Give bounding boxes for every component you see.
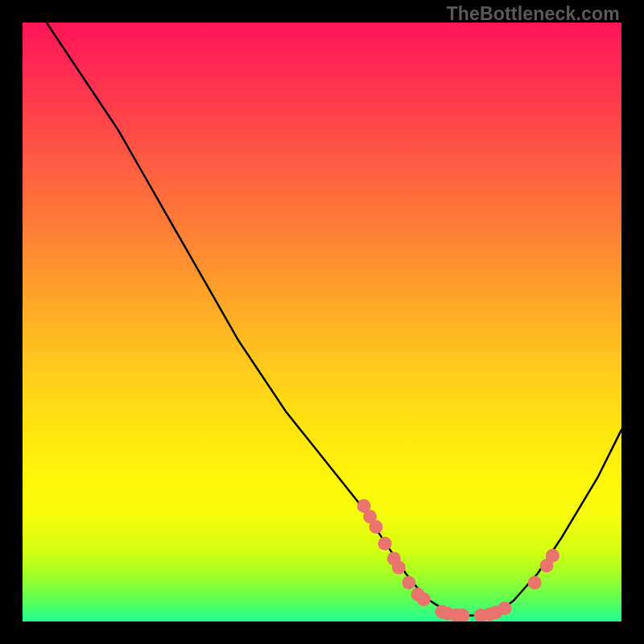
data-marker	[402, 576, 415, 589]
bottleneck-chart-svg	[23, 23, 621, 621]
watermark-text: TheBottleneck.com	[446, 3, 620, 25]
chart-frame	[23, 23, 621, 621]
data-marker	[417, 592, 431, 606]
bottleneck-curve	[47, 23, 621, 616]
data-marker	[497, 601, 511, 615]
data-marker	[546, 549, 559, 563]
data-marker	[369, 520, 382, 534]
data-markers-group	[357, 499, 559, 621]
data-marker	[392, 561, 406, 575]
data-marker	[528, 576, 542, 589]
data-marker	[378, 537, 392, 551]
